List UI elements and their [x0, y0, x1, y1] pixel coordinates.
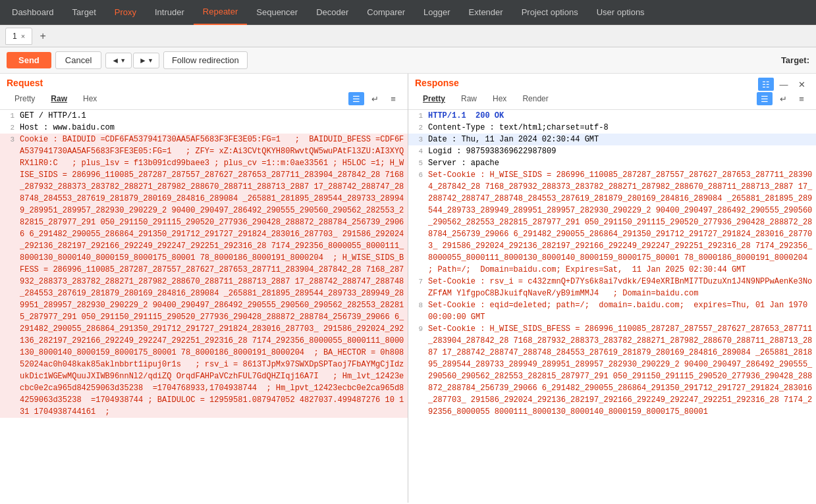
request-tab-raw[interactable]: Raw	[43, 92, 75, 105]
request-code-area[interactable]: 1 GET / HTTP/1.1 2 Host : www.baidu.com …	[0, 110, 408, 503]
main-content: Request Pretty Raw Hex ☰ ↵ ≡ 1 GET / HTT…	[0, 74, 816, 503]
response-newline-button[interactable]: ↵	[775, 92, 791, 105]
nav-item-proxy[interactable]: Proxy	[105, 0, 146, 25]
response-code-area[interactable]: 1 HTTP/1.1 200 OK 2 Content-Type : text/…	[408, 110, 816, 503]
request-panel: Request Pretty Raw Hex ☰ ↵ ≡ 1 GET / HTT…	[0, 74, 408, 503]
request-menu-button[interactable]: ≡	[385, 92, 401, 105]
target-label: Target:	[781, 55, 809, 65]
request-line-1: 1 GET / HTTP/1.1	[0, 110, 408, 122]
response-tab-hex[interactable]: Hex	[485, 92, 514, 105]
request-panel-title: Request	[7, 78, 401, 88]
top-nav: Dashboard Target Proxy Intruder Repeater…	[0, 0, 816, 25]
tab-close-btn[interactable]: ×	[21, 32, 25, 40]
request-tab-pretty[interactable]: Pretty	[7, 92, 43, 105]
response-panel-icons: ☰ ↵ ≡	[757, 92, 809, 105]
response-tab-render[interactable]: Render	[514, 92, 556, 105]
response-panel-header: Response ☷ — ✕ Pretty Raw Hex Render ☰ ↵…	[408, 74, 816, 110]
response-line-9: 9 Set-Cookie : H_WISE_SIDS_BFESS = 28699…	[408, 323, 816, 418]
tab-bar: 1 × +	[0, 25, 816, 47]
nav-item-repeater[interactable]: Repeater	[194, 0, 247, 25]
request-panel-header: Request Pretty Raw Hex ☰ ↵ ≡	[0, 74, 408, 110]
response-panel: Response ☷ — ✕ Pretty Raw Hex Render ☰ ↵…	[408, 74, 816, 503]
nav-item-extender[interactable]: Extender	[460, 0, 512, 25]
dropdown-icon2: ▼	[148, 57, 153, 64]
request-format-button[interactable]: ☰	[348, 92, 364, 105]
nav-prev-button[interactable]: ◄ ▼	[105, 53, 132, 68]
nav-item-comparer[interactable]: Comparer	[358, 0, 414, 25]
response-line-1: 1 HTTP/1.1 200 OK	[408, 110, 816, 122]
nav-item-project-options[interactable]: Project options	[512, 0, 587, 25]
toolbar: Send Cancel ◄ ▼ ► ▼ Follow redirection T…	[0, 47, 816, 74]
send-button[interactable]: Send	[7, 52, 51, 68]
nav-item-target[interactable]: Target	[63, 0, 105, 25]
response-format-button[interactable]: ☰	[757, 92, 773, 105]
request-newline-button[interactable]: ↵	[367, 92, 383, 105]
dropdown-icon: ▼	[120, 57, 126, 64]
response-menu-button[interactable]: ≡	[794, 92, 809, 105]
response-line-5: 5 Server : apache	[408, 157, 816, 169]
nav-item-decoder[interactable]: Decoder	[307, 0, 358, 25]
chevron-left-icon: ◄	[111, 56, 119, 65]
request-panel-tabs: Pretty Raw Hex ☰ ↵ ≡	[7, 91, 401, 107]
response-panel-title: Response	[415, 78, 459, 88]
nav-item-logger[interactable]: Logger	[414, 0, 459, 25]
follow-redirection-button[interactable]: Follow redirection	[163, 51, 248, 69]
nav-item-sequencer[interactable]: Sequencer	[247, 0, 307, 25]
request-line-2: 2 Host : www.baidu.com	[0, 122, 408, 134]
request-tab-hex[interactable]: Hex	[75, 92, 105, 105]
nav-item-user-options[interactable]: User options	[587, 0, 654, 25]
response-line-7: 7 Set-Cookie : rsv_i = c432zmnQ+D7Ys6k8a…	[408, 276, 816, 299]
response-tab-pretty[interactable]: Pretty	[415, 92, 453, 105]
response-grid-2col-button[interactable]: ☷	[758, 78, 774, 91]
tab-label: 1	[13, 32, 17, 41]
response-line-4: 4 Logid : 9875938369622987809	[408, 145, 816, 157]
add-tab-button[interactable]: +	[35, 28, 51, 44]
response-line-8: 8 Set-Cookie : eqid=deleted; path=/; dom…	[408, 299, 816, 323]
response-line-2: 2 Content-Type : text/html;charset=utf-8	[408, 122, 816, 134]
nav-item-dashboard[interactable]: Dashboard	[3, 0, 63, 25]
repeater-tab-1[interactable]: 1 ×	[5, 28, 32, 45]
nav-next-button[interactable]: ► ▼	[133, 53, 159, 68]
request-panel-icons: ☰ ↵ ≡	[348, 92, 401, 105]
cancel-button[interactable]: Cancel	[55, 51, 101, 69]
response-line-6: 6 Set-Cookie : H_WISE_SIDS = 286996_1100…	[408, 169, 816, 276]
response-close-button[interactable]: ✕	[794, 78, 809, 91]
nav-item-intruder[interactable]: Intruder	[146, 0, 194, 25]
response-panel-tabs: Pretty Raw Hex Render ☰ ↵ ≡	[415, 91, 809, 107]
chevron-right-icon: ►	[139, 56, 147, 65]
response-grid-1col-button[interactable]: —	[776, 78, 792, 91]
response-tab-raw[interactable]: Raw	[453, 92, 485, 105]
request-line-3: 3 Cookie : BAIDUID =CDF6FA537941730AA5AF…	[0, 134, 408, 418]
response-line-3: 3 Date : Thu, 11 Jan 2024 02:30:44 GMT	[408, 134, 816, 145]
